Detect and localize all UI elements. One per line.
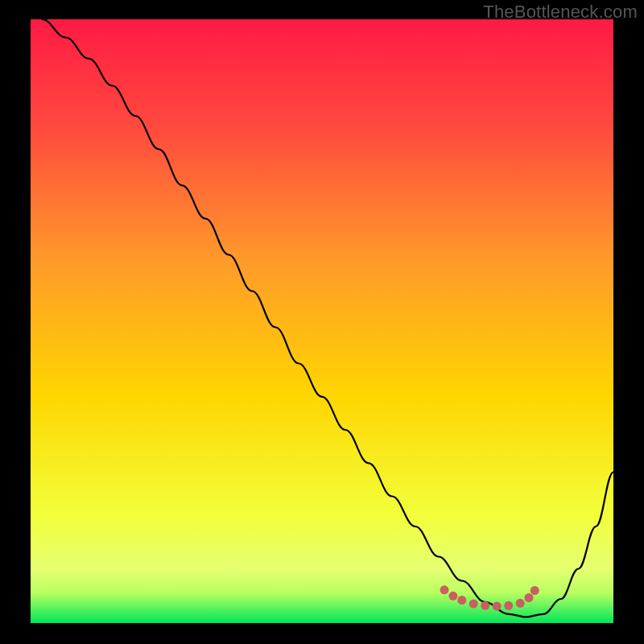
optimal-marker-dot xyxy=(481,601,489,610)
watermark-text: TheBottleneck.com xyxy=(483,2,638,23)
optimal-marker-dot xyxy=(448,592,457,601)
optimal-marker-dot xyxy=(493,602,502,611)
optimal-marker-dot xyxy=(530,586,539,595)
chart-svg xyxy=(31,19,613,623)
plot-area xyxy=(31,19,613,623)
optimal-marker-dot xyxy=(516,599,525,608)
optimal-marker-dot xyxy=(525,593,534,602)
chart-container: TheBottleneck.com xyxy=(0,0,644,644)
optimal-marker-dot xyxy=(469,600,478,609)
gradient-background xyxy=(31,19,613,623)
optimal-marker-dot xyxy=(457,596,466,605)
optimal-marker-dot xyxy=(504,601,513,610)
optimal-marker-dot xyxy=(440,585,449,594)
